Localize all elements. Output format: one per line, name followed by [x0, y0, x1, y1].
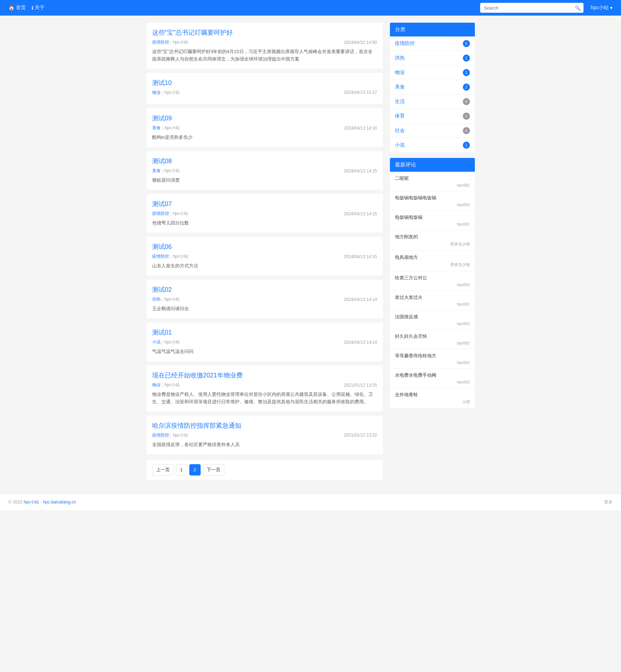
- category-name-link[interactable]: 小说: [395, 142, 405, 148]
- next-page-button[interactable]: 下一页: [203, 464, 224, 475]
- category-item[interactable]: 美食 2: [390, 80, 475, 95]
- category-name-link[interactable]: 疫情防控: [395, 40, 415, 47]
- category-name-link[interactable]: 物业: [395, 69, 405, 76]
- user-menu[interactable]: hpc小站 ▾: [591, 5, 613, 11]
- comment-text: 二呢呢: [395, 175, 470, 182]
- footer-separator: ·: [40, 500, 41, 505]
- tag-separator: |: [162, 297, 163, 302]
- category-name-link[interactable]: 美食: [395, 84, 405, 90]
- article-date: 2024/04/13 14:14: [344, 297, 377, 302]
- category-item[interactable]: 供热 1: [390, 51, 475, 66]
- category-item[interactable]: 疫情防控 5: [390, 36, 475, 51]
- comment-item: 好久好久会尽快 hpc002: [390, 330, 475, 349]
- article-title[interactable]: 测试06: [152, 243, 377, 251]
- comment-text: 水电费水电费手动阀: [395, 372, 470, 378]
- category-item[interactable]: 小说 1: [390, 138, 475, 152]
- comment-author: hpc002: [395, 222, 470, 226]
- article-excerpt: 气温气温气温去问问: [152, 348, 377, 355]
- category-badge: 2: [463, 69, 470, 76]
- main-nav: 🏠 首页 ℹ 关于: [8, 5, 473, 11]
- comment-item: 地方刚发的 胜多负少镇: [390, 230, 475, 251]
- comment-item: 电饭锅电饭锅电饭锅 hpc002: [390, 191, 475, 211]
- article-card: 这些"宝"总书记叮嘱要呵护好 疫情防控 | hpc小站 2024/04/22 1…: [146, 23, 383, 69]
- article-excerpt: 这些"宝"总书记叮嘱要呵护好3年前的4月22日，习近平主席视频出席领导人气候峰会…: [152, 48, 377, 63]
- article-date: 2024/04/13 14:16: [344, 126, 377, 131]
- article-meta: 疫情防控 | hpc小站 2024/04/22 14:50: [152, 39, 377, 45]
- comment-item: 水电费水电费手动阀 hpc002: [390, 369, 475, 388]
- article-tag-link[interactable]: 小说: [152, 339, 161, 345]
- article-tag-link[interactable]: 疫情防控: [152, 254, 169, 260]
- article-tag-link[interactable]: 疫情防控: [152, 211, 169, 217]
- article-tag-link[interactable]: 疫情防控: [152, 432, 169, 438]
- article-date: 2024/04/13 14:14: [344, 340, 377, 345]
- article-tag-link[interactable]: 美食: [152, 168, 161, 174]
- article-title[interactable]: 测试10: [152, 79, 377, 87]
- tag-separator: |: [162, 90, 163, 95]
- category-item[interactable]: 物业 2: [390, 66, 475, 80]
- article-meta: 疫情防控 | hpc小站 2024/04/13 14:15: [152, 254, 377, 260]
- comment-author: 小明: [395, 399, 470, 405]
- article-author: hpc小站: [173, 39, 188, 45]
- article-meta: 美食 | hpc小站 2024/04/13 14:16: [152, 125, 377, 131]
- comment-author: hpc002: [395, 360, 470, 365]
- article-title[interactable]: 测试02: [152, 285, 377, 294]
- article-excerpt: 酷狗in是否胜多负少: [152, 134, 377, 141]
- footer-site-link[interactable]: hpc小站: [24, 499, 39, 505]
- article-title[interactable]: 哈尔滨疫情防控指挥部紧急通知: [152, 421, 377, 430]
- article-author: hpc小站: [165, 382, 180, 388]
- category-list: 疫情防控 5 供热 1 物业 2 美食 2 生活 0 体育 0 社会 0 小说 …: [390, 36, 475, 152]
- comment-item: 电风扇地方 胜多负少镇: [390, 251, 475, 271]
- category-item[interactable]: 生活 0: [390, 95, 475, 109]
- comment-author: hpc002: [395, 380, 470, 384]
- nav-about[interactable]: ℹ 关于: [31, 5, 45, 11]
- home-icon: 🏠: [8, 5, 15, 11]
- comment-item: 发过火发过火 hpc002: [390, 291, 475, 310]
- comment-text: 法国很反感: [395, 314, 470, 320]
- article-title[interactable]: 测试01: [152, 328, 377, 337]
- category-name-link[interactable]: 供热: [395, 55, 405, 61]
- tag-separator: |: [162, 126, 163, 131]
- footer-left: © 2022 hpc小站 · hpc.baicaitang.cn: [8, 499, 76, 505]
- article-title[interactable]: 这些"宝"总书记叮嘱要呵护好: [152, 28, 377, 37]
- article-tag-link[interactable]: 供热: [152, 296, 161, 302]
- article-excerpt: 山东人发生的方式方法: [152, 262, 377, 270]
- search-button[interactable]: 🔍: [572, 3, 583, 13]
- category-badge: 1: [463, 142, 470, 149]
- tag-separator: |: [171, 40, 172, 45]
- article-tag-link[interactable]: 物业: [152, 90, 161, 96]
- category-badge: 0: [463, 98, 470, 105]
- comment-author: hpc002: [395, 341, 470, 345]
- comment-author: hpc002: [395, 321, 470, 326]
- article-tag-link[interactable]: 疫情防控: [152, 39, 169, 45]
- category-name-link[interactable]: 社会: [395, 127, 405, 134]
- tag-separator: |: [171, 211, 172, 216]
- page-number-button[interactable]: 1: [176, 464, 187, 475]
- article-tag-link[interactable]: 美食: [152, 125, 161, 131]
- article-tags: 物业 | hpc小站: [152, 382, 180, 388]
- comment-item: 等等麝香痔疮栓地方 hpc002: [390, 349, 475, 369]
- category-item[interactable]: 体育 0: [390, 109, 475, 124]
- category-name-link[interactable]: 体育: [395, 113, 405, 119]
- article-excerpt: 王企鹅请问请问去: [152, 305, 377, 313]
- article-card: 现在已经开始收缴2021年物业费 物业 | hpc小站 2021/01/12 1…: [146, 365, 383, 411]
- article-meta: 疫情防控 | hpc小站 2024/04/13 14:15: [152, 211, 377, 217]
- article-excerpt: 全国疫情反弹，各社区要严格排查外来人员: [152, 441, 377, 449]
- footer-domain-link[interactable]: hpc.baicaitang.cn: [43, 500, 76, 505]
- article-title[interactable]: 测试07: [152, 200, 377, 209]
- article-meta: 美食 | hpc小站 2024/04/13 14:15: [152, 168, 377, 174]
- article-tag-link[interactable]: 物业: [152, 382, 161, 388]
- prev-page-button[interactable]: 上一页: [152, 464, 174, 475]
- article-title[interactable]: 测试08: [152, 157, 377, 166]
- article-card: 测试08 美食 | hpc小站 2024/04/13 14:15 驱蚊器问清楚: [146, 151, 383, 190]
- category-badge: 5: [463, 40, 470, 47]
- search-input[interactable]: [480, 3, 572, 13]
- comments-widget: 最新评论 二呢呢 hpc002 电饭锅电饭锅电饭锅 hpc002 电饭锅电饭锅 …: [390, 158, 475, 408]
- nav-home[interactable]: 🏠 首页: [8, 5, 26, 11]
- category-item[interactable]: 社会 0: [390, 124, 475, 138]
- article-title[interactable]: 现在已经开始收缴2021年物业费: [152, 371, 377, 380]
- category-name-link[interactable]: 生活: [395, 98, 405, 105]
- article-excerpt: 物业费是物业产权人、使用人委托物业管理单位对居住小区内的房屋公共建筑及其设备、公…: [152, 391, 377, 406]
- article-title[interactable]: 测试09: [152, 114, 377, 123]
- page-number-button[interactable]: 2: [189, 464, 201, 475]
- login-link[interactable]: 登录: [604, 500, 613, 505]
